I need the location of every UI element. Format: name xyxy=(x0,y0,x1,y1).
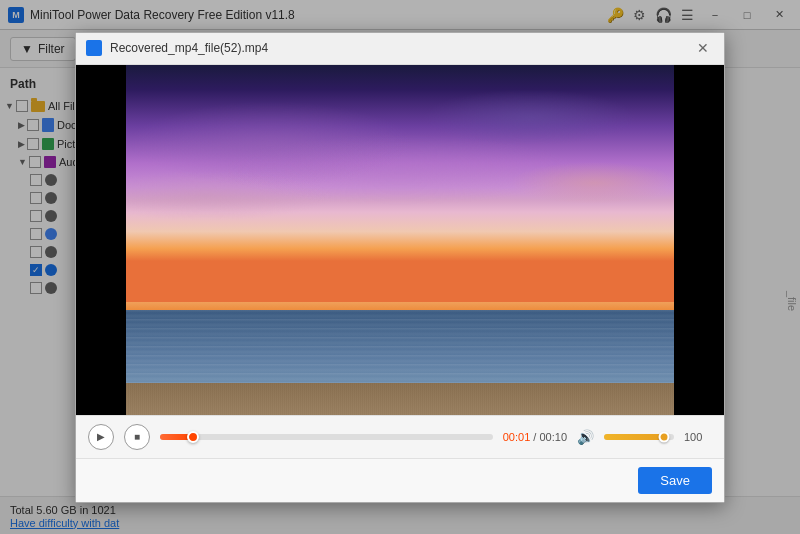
video-horizon xyxy=(76,302,724,310)
video-clouds xyxy=(76,65,724,328)
progress-bar[interactable] xyxy=(160,434,493,440)
modal-overlay: Recovered_mp4_file(52).mp4 ✕ ▶ xyxy=(0,0,800,534)
app-window: M MiniTool Power Data Recovery Free Edit… xyxy=(0,0,800,534)
progress-thumb[interactable] xyxy=(187,431,199,443)
video-waves xyxy=(76,310,724,387)
save-button[interactable]: Save xyxy=(638,467,712,494)
letterbox-right xyxy=(674,65,724,415)
dialog-title-bar: Recovered_mp4_file(52).mp4 ✕ xyxy=(76,33,724,65)
play-button[interactable]: ▶ xyxy=(88,424,114,450)
time-display: 00:01 / 00:10 xyxy=(503,431,567,443)
dialog-title: Recovered_mp4_file(52).mp4 xyxy=(110,41,692,55)
media-dialog: Recovered_mp4_file(52).mp4 ✕ ▶ xyxy=(75,32,725,503)
current-time: 00:01 xyxy=(503,431,531,443)
dialog-close-button[interactable]: ✕ xyxy=(692,37,714,59)
dialog-footer: Save xyxy=(76,458,724,502)
video-sand xyxy=(76,383,724,415)
total-time: 00:10 xyxy=(539,431,567,443)
video-player xyxy=(76,65,724,415)
volume-slider[interactable] xyxy=(604,434,674,440)
dialog-icon xyxy=(86,40,102,56)
stop-icon: ■ xyxy=(134,431,140,442)
letterbox-left xyxy=(76,65,126,415)
player-controls: ▶ ■ 00:01 / 00:10 🔊 xyxy=(76,415,724,458)
volume-icon[interactable]: 🔊 xyxy=(577,429,594,445)
volume-value: 100 xyxy=(684,431,712,443)
stop-button[interactable]: ■ xyxy=(124,424,150,450)
volume-fill xyxy=(604,434,664,440)
play-icon: ▶ xyxy=(97,431,105,442)
volume-thumb[interactable] xyxy=(658,431,669,442)
